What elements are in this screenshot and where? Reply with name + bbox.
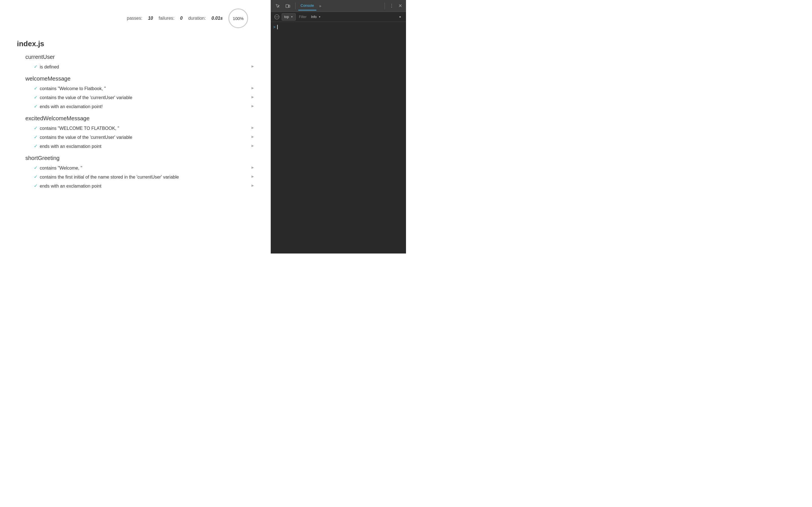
svg-rect-0 [286, 4, 289, 8]
more-tabs-button[interactable]: » [317, 4, 323, 8]
close-devtools-button[interactable]: ✕ [397, 3, 404, 8]
test-item: ✓ ends with an exclamation point ▶ [34, 183, 254, 189]
suite-title-welcomemessage: welcomeMessage [26, 75, 254, 82]
test-item: ✓ contains "WELCOME TO FLATBOOK, " ▶ [34, 125, 254, 132]
test-text: contains "Welcome to Flatbook, " [40, 86, 106, 92]
checkmark-icon: ✓ [34, 144, 38, 149]
file-title: index.js [17, 40, 254, 48]
expand-arrow-icon[interactable]: ▶ [252, 135, 254, 138]
expand-arrow-icon[interactable]: ▶ [252, 104, 254, 108]
expand-arrow-icon[interactable]: ▶ [252, 166, 254, 169]
svg-rect-1 [289, 5, 290, 7]
test-item: ✓ contains the value of the 'currentUser… [34, 134, 254, 141]
context-selector-label: top [284, 15, 289, 19]
context-selector[interactable]: top ▼ [282, 13, 296, 20]
test-text: ends with an exclamation point! [40, 103, 103, 110]
test-text: ends with an exclamation point [40, 183, 101, 189]
log-level-arrow-icon: ▼ [318, 15, 321, 18]
test-header: passes: 10 failures: 0 duration: 0.01s 1… [17, 8, 254, 28]
test-item: ✓ ends with an exclamation point ▶ [34, 143, 254, 150]
console-cursor [277, 25, 278, 29]
more-options-button[interactable]: ⋮ [388, 3, 396, 8]
test-panel: passes: 10 failures: 0 duration: 0.01s 1… [0, 0, 271, 253]
suite-title-shortgreeting: shortGreeting [26, 155, 254, 161]
expand-arrow-icon[interactable]: ▶ [252, 184, 254, 187]
context-selector-arrow-icon: ▼ [291, 15, 293, 18]
expand-arrow-icon[interactable]: ▶ [252, 86, 254, 90]
checkmark-icon: ✓ [34, 64, 38, 69]
expand-arrow-icon[interactable]: ▶ [252, 64, 254, 68]
expand-arrow-icon[interactable]: ▶ [252, 95, 254, 99]
log-level-selector[interactable]: Info ▼ [310, 13, 322, 20]
test-text: is defined [40, 64, 59, 70]
checkmark-icon: ✓ [34, 183, 38, 188]
failures-value: 0 [180, 16, 183, 21]
console-body[interactable]: > [271, 22, 406, 253]
progress-circle: 100% [229, 8, 248, 28]
device-toggle-button[interactable] [283, 1, 292, 10]
test-text: contains the value of the 'currentUser' … [40, 134, 132, 141]
checkmark-icon: ✓ [34, 165, 38, 170]
test-item: ✓ contains the first initial of the name… [34, 174, 254, 180]
test-item: ✓ contains the value of the 'currentUser… [34, 94, 254, 101]
test-text: contains "WELCOME TO FLATBOOK, " [40, 125, 119, 132]
suite-title-excitedwelcomemessage: excitedWelcomeMessage [26, 115, 254, 122]
test-text: contains the first initial of the name s… [40, 174, 179, 180]
console-prompt: > [273, 25, 275, 29]
checkmark-icon: ✓ [34, 134, 38, 140]
passes-value: 10 [148, 16, 153, 21]
clear-console-button[interactable] [273, 13, 281, 20]
expand-arrow-icon[interactable]: ▶ [252, 144, 254, 148]
test-text: contains "Welcome, " [40, 165, 82, 172]
test-item: ✓ contains "Welcome to Flatbook, " ▶ [34, 86, 254, 92]
console-sub-toolbar: top ▼ Filter Info ▼ [271, 12, 406, 22]
toolbar-divider-2 [385, 3, 385, 9]
test-item: ✓ contains "Welcome, " ▶ [34, 165, 254, 172]
duration-label: duration: [188, 16, 206, 21]
test-item: ✓ ends with an exclamation point! ▶ [34, 103, 254, 110]
console-tab[interactable]: Console [298, 1, 316, 10]
log-level-label: Info [311, 15, 317, 19]
devtools-toolbar: Console » ⋮ ✕ [271, 0, 406, 12]
inspect-element-button[interactable] [273, 1, 282, 10]
toolbar-divider [295, 3, 296, 9]
filter-button[interactable]: Filter [297, 13, 309, 20]
checkmark-icon: ✓ [34, 125, 38, 131]
expand-arrow-icon[interactable]: ▶ [252, 175, 254, 178]
checkmark-icon: ✓ [34, 95, 38, 100]
console-settings-button[interactable] [396, 13, 404, 20]
test-text: ends with an exclamation point [40, 143, 101, 150]
expand-arrow-icon[interactable]: ▶ [252, 126, 254, 129]
devtools-panel: Console » ⋮ ✕ top ▼ Filter Info ▼ [271, 0, 406, 253]
duration-value: 0.01s [211, 16, 223, 21]
suite-title-currentuser: currentUser [26, 54, 254, 60]
test-item: ✓ is defined ▶ [34, 64, 254, 70]
checkmark-icon: ✓ [34, 104, 38, 109]
failures-label: failures: [159, 16, 174, 21]
checkmark-icon: ✓ [34, 86, 38, 91]
passes-label: passes: [127, 16, 142, 21]
checkmark-icon: ✓ [34, 174, 38, 179]
test-text: contains the value of the 'currentUser' … [40, 94, 132, 101]
